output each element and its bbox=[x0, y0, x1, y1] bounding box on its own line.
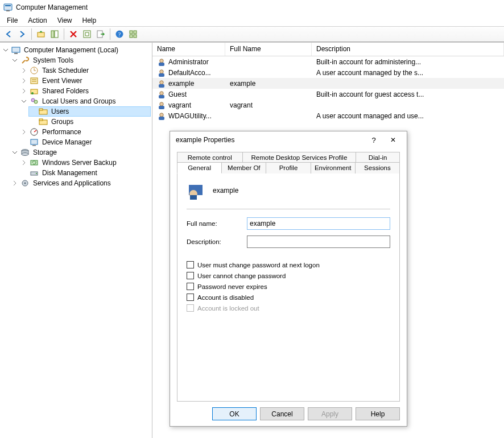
svg-rect-4 bbox=[51, 31, 54, 38]
tab-member-of[interactable]: Member Of bbox=[221, 162, 266, 173]
svg-rect-51 bbox=[190, 195, 197, 200]
refresh-button[interactable] bbox=[81, 28, 93, 40]
chevron-right-icon[interactable] bbox=[11, 180, 18, 187]
tree-label: Disk Management bbox=[41, 169, 98, 177]
delete-button[interactable] bbox=[67, 28, 80, 40]
chevron-right-icon[interactable] bbox=[20, 159, 27, 166]
svg-rect-11 bbox=[134, 31, 137, 34]
back-button[interactable] bbox=[2, 28, 15, 40]
chk-cannot-change[interactable]: User cannot change password bbox=[187, 272, 390, 279]
tree-services-apps[interactable]: Services and Applications bbox=[10, 178, 151, 188]
tab-remote-control[interactable]: Remote control bbox=[177, 152, 243, 163]
dialog-titlebar[interactable]: example Properties ? ✕ bbox=[170, 131, 407, 148]
tab-rdsp[interactable]: Remote Desktop Services Profile bbox=[242, 152, 357, 163]
cell-name: Administrator bbox=[168, 58, 209, 66]
checkbox-icon[interactable] bbox=[187, 272, 194, 279]
tree-groups[interactable]: Groups bbox=[28, 117, 151, 127]
list-row[interactable]: WDAGUtility...A user account managed and… bbox=[152, 110, 504, 121]
list-row[interactable]: AdministratorBuilt-in account for admini… bbox=[152, 56, 504, 67]
chevron-right-icon[interactable] bbox=[20, 77, 27, 84]
tree-storage[interactable]: Storage Windows Server Backup Disk Manag… bbox=[10, 147, 151, 178]
menu-view[interactable]: View bbox=[53, 15, 77, 26]
chk-disabled[interactable]: Account is disabled bbox=[187, 294, 390, 301]
tree-performance[interactable]: Performance bbox=[19, 127, 151, 137]
checkbox-icon bbox=[187, 304, 194, 312]
show-hide-button[interactable] bbox=[48, 28, 61, 40]
computer-mgmt-icon bbox=[11, 46, 20, 55]
tree-pane[interactable]: Computer Management (Local) System Tools… bbox=[0, 43, 152, 438]
tab-environment[interactable]: Environment bbox=[311, 162, 356, 173]
chk-never-expires[interactable]: Password never expires bbox=[187, 283, 390, 290]
dialog-help-button[interactable]: Help bbox=[356, 407, 400, 420]
forward-button[interactable] bbox=[16, 28, 28, 40]
dialog-close-button[interactable]: ✕ bbox=[383, 134, 403, 146]
checkbox-icon[interactable] bbox=[187, 261, 194, 268]
tree-local-users-groups[interactable]: Local Users and Groups Users Groups bbox=[19, 96, 151, 127]
list-body[interactable]: AdministratorBuilt-in account for admini… bbox=[152, 56, 504, 121]
col-description[interactable]: Description bbox=[312, 43, 504, 56]
tree-event-viewer[interactable]: Event Viewer bbox=[19, 76, 151, 86]
cancel-button[interactable]: Cancel bbox=[260, 407, 304, 420]
tree-shared-folders[interactable]: Shared Folders bbox=[19, 86, 151, 96]
toolbar-separator bbox=[64, 28, 64, 40]
list-row[interactable]: vagrantvagrant bbox=[152, 100, 504, 110]
tree-label: Event Viewer bbox=[41, 77, 83, 85]
tree-root[interactable]: Computer Management (Local) System Tools… bbox=[1, 45, 151, 188]
users-groups-icon bbox=[30, 97, 39, 106]
svg-rect-1 bbox=[5, 5, 11, 6]
tab-general[interactable]: General bbox=[177, 162, 222, 173]
cell-fullname: vagrant bbox=[225, 101, 312, 109]
chk-label: Password never expires bbox=[197, 283, 267, 290]
up-button[interactable] bbox=[35, 28, 47, 40]
svg-rect-27 bbox=[31, 139, 38, 144]
chevron-right-icon[interactable] bbox=[20, 67, 27, 74]
chevron-right-icon[interactable] bbox=[20, 129, 27, 135]
tree-system-tools[interactable]: System Tools Task Scheduler Event Viewer… bbox=[10, 55, 151, 147]
col-name[interactable]: Name bbox=[152, 43, 225, 56]
menu-action[interactable]: Action bbox=[23, 15, 51, 26]
ok-button[interactable]: OK bbox=[212, 407, 257, 420]
list-row[interactable]: DefaultAcco...A user account managed by … bbox=[152, 67, 504, 78]
list-header: Name Full Name Description bbox=[152, 43, 504, 56]
tree-label: System Tools bbox=[32, 56, 75, 64]
export-button[interactable] bbox=[94, 28, 107, 40]
tree-task-scheduler[interactable]: Task Scheduler bbox=[19, 65, 151, 76]
chevron-right-icon[interactable] bbox=[20, 88, 27, 94]
svg-rect-25 bbox=[39, 119, 43, 121]
shared-folder-icon bbox=[30, 86, 39, 96]
chk-locked-out: Account is locked out bbox=[187, 304, 390, 312]
tab-sessions[interactable]: Sessions bbox=[355, 162, 400, 173]
chevron-down-icon[interactable] bbox=[20, 98, 27, 105]
dialog-button-row: OK Cancel Apply Help bbox=[170, 402, 407, 426]
help-button[interactable]: ? bbox=[113, 28, 126, 40]
chk-must-change[interactable]: User must change password at next logon bbox=[187, 261, 390, 268]
description-input[interactable] bbox=[247, 235, 390, 248]
full-name-input[interactable] bbox=[247, 217, 390, 230]
col-fullname[interactable]: Full Name bbox=[225, 43, 312, 56]
storage-icon bbox=[20, 148, 30, 157]
chevron-down-icon[interactable] bbox=[11, 149, 18, 156]
list-row[interactable]: GuestBuilt-in account for guest access t… bbox=[152, 89, 504, 100]
chevron-down-icon[interactable] bbox=[2, 47, 9, 53]
apply-button[interactable]: Apply bbox=[308, 407, 352, 420]
svg-point-31 bbox=[22, 153, 28, 156]
tab-dialin[interactable]: Dial-in bbox=[356, 152, 400, 163]
chevron-down-icon[interactable] bbox=[11, 57, 18, 64]
device-icon bbox=[30, 138, 39, 147]
description-label: Description: bbox=[187, 238, 247, 245]
dialog-help-button[interactable]: ? bbox=[366, 134, 382, 146]
tree-device-manager[interactable]: Device Manager bbox=[19, 137, 151, 147]
menu-file[interactable]: File bbox=[2, 15, 22, 26]
tree-wsb[interactable]: Windows Server Backup bbox=[19, 158, 151, 168]
svg-point-45 bbox=[160, 102, 163, 105]
tree-users[interactable]: Users bbox=[28, 106, 151, 117]
tile-button[interactable] bbox=[127, 28, 139, 40]
checkbox-icon[interactable] bbox=[187, 294, 194, 301]
tree-label: Task Scheduler bbox=[41, 67, 90, 75]
tree-label: Local Users and Groups bbox=[41, 97, 117, 105]
menu-help[interactable]: Help bbox=[78, 15, 101, 26]
checkbox-icon[interactable] bbox=[187, 283, 194, 290]
tree-disk-mgmt[interactable]: Disk Management bbox=[19, 168, 151, 178]
tab-profile[interactable]: Profile bbox=[266, 162, 311, 173]
list-row[interactable]: exampleexample bbox=[152, 78, 504, 89]
